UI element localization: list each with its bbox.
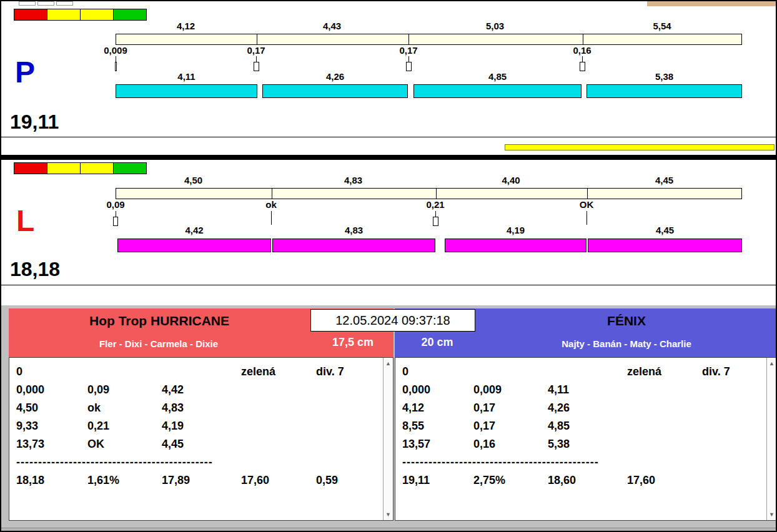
split-bar-divider bbox=[436, 189, 437, 199]
table-cell bbox=[241, 417, 316, 435]
leg-time-bar bbox=[116, 84, 257, 98]
vertical-scrollbar[interactable]: ▲ ▼ bbox=[766, 358, 776, 520]
leg-time-bar bbox=[272, 239, 435, 252]
table-cell bbox=[627, 435, 702, 453]
table-cell: 17,60 bbox=[627, 471, 702, 490]
scroll-down-icon[interactable]: ▼ bbox=[384, 510, 393, 520]
table-cell bbox=[316, 399, 377, 417]
table-cell: 17,60 bbox=[241, 471, 316, 490]
light-yellow-1 bbox=[47, 162, 81, 174]
split-time-label: 4,43 bbox=[256, 21, 408, 32]
table-cell: 4,19 bbox=[162, 417, 241, 435]
leg-time-bar bbox=[262, 84, 408, 98]
light-yellow-2 bbox=[80, 162, 114, 174]
table-cell: 4,11 bbox=[548, 381, 627, 399]
lane-panel-l: L 4,50 4,83 4,40 4,45 0,09 ok 0,21 OK bbox=[1, 160, 776, 305]
table-cell: 0,17 bbox=[473, 417, 548, 435]
changeover-marker bbox=[265, 211, 277, 225]
changeover-gap-box bbox=[254, 62, 259, 71]
lane-bottom-strip bbox=[1, 137, 776, 155]
leg-time-label: 4,19 bbox=[445, 225, 586, 236]
table-cell bbox=[702, 399, 760, 417]
scroll-down-icon[interactable]: ▼ bbox=[767, 510, 776, 520]
changeover-time-label: 0,16 bbox=[554, 45, 610, 56]
scroll-up-icon[interactable]: ▲ bbox=[767, 358, 776, 368]
changeover-marker bbox=[402, 56, 415, 71]
table-cell bbox=[548, 363, 627, 381]
app-window: P 4,12 4,43 5,03 5,54 0,009 0,17 0,17 0,… bbox=[0, 0, 777, 532]
scroll-up-icon[interactable]: ▲ bbox=[384, 358, 393, 368]
changeover-gap-box bbox=[406, 62, 412, 71]
table-cell: 4,45 bbox=[162, 435, 241, 453]
start-lights bbox=[14, 162, 147, 174]
datetime-display: 12.05.2024 09:37:18 bbox=[310, 309, 475, 332]
table-cell bbox=[241, 381, 316, 399]
table-cell bbox=[702, 471, 760, 490]
lane-total-time: 19,11 bbox=[10, 111, 59, 132]
table-cell: div. 7 bbox=[702, 363, 760, 381]
table-cell: 0,009 bbox=[473, 381, 548, 399]
table-cell: 19,11 bbox=[402, 471, 473, 490]
changeover-marker bbox=[109, 56, 122, 71]
table-cell bbox=[627, 399, 702, 417]
table-cell: 0,16 bbox=[473, 435, 548, 453]
team-dogs: Najty - Banán - Maty - Charlie bbox=[476, 338, 777, 349]
light-green bbox=[113, 162, 147, 174]
changeover-marker bbox=[576, 56, 588, 71]
table-cell: 8,55 bbox=[402, 417, 473, 435]
leg-time-label: 4,83 bbox=[272, 225, 435, 236]
table-cell bbox=[702, 381, 760, 399]
table-cell bbox=[473, 363, 548, 381]
lane-total-time: 18,18 bbox=[10, 259, 60, 280]
split-bar bbox=[116, 188, 742, 199]
table-cell: 4,12 bbox=[402, 399, 473, 417]
changeover-tick bbox=[116, 56, 116, 62]
window-fragment bbox=[37, 1, 54, 6]
changeover-time-label: 0,17 bbox=[380, 45, 437, 56]
results-grid: 0 zelená div. 7 0,000 0,009 4,11 4,12 0,… bbox=[395, 358, 776, 490]
leg-time-label: 4,42 bbox=[117, 225, 271, 236]
changeover-time-label: 0,09 bbox=[87, 199, 144, 210]
changeover-time-label: 0,009 bbox=[87, 45, 144, 56]
team-jump-height: 17,5 cm bbox=[318, 336, 388, 349]
split-time-label: 4,83 bbox=[271, 175, 435, 186]
light-yellow-1 bbox=[47, 9, 81, 21]
split-bar-divider bbox=[408, 34, 409, 44]
table-cell: 4,85 bbox=[548, 417, 627, 435]
table-cell: zelená bbox=[241, 363, 316, 381]
table-cell: 13,57 bbox=[402, 435, 473, 453]
changeover-marker bbox=[580, 211, 593, 225]
lane-letter-l: L bbox=[16, 206, 34, 236]
changeover-tick bbox=[116, 211, 116, 217]
table-cell: 18,18 bbox=[16, 471, 87, 490]
table-cell: ok bbox=[87, 399, 162, 417]
results-grid: 0 zelená div. 7 0,000 0,09 4,42 4,50 ok … bbox=[9, 358, 393, 490]
leg-time-label: 5,38 bbox=[586, 71, 742, 82]
changeover-tick bbox=[435, 211, 436, 217]
table-cell: 0 bbox=[16, 363, 87, 381]
window-fragment-tan bbox=[647, 1, 776, 6]
table-cell: 5,38 bbox=[548, 435, 627, 453]
changeover-marker bbox=[429, 211, 442, 226]
table-cell bbox=[241, 435, 316, 453]
window-fragment bbox=[56, 1, 73, 6]
team-dogs: Fler - Dixi - Carmela - Dixie bbox=[21, 338, 296, 349]
vertical-scrollbar[interactable]: ▲ ▼ bbox=[383, 358, 393, 520]
split-time-label: 5,03 bbox=[408, 21, 582, 32]
light-red bbox=[14, 9, 47, 21]
split-time-label: 5,54 bbox=[582, 21, 742, 32]
changeover-time-label: 0,21 bbox=[407, 199, 463, 210]
changeover-marker bbox=[250, 56, 262, 71]
table-cell: 4,83 bbox=[162, 399, 241, 417]
split-bar-divider bbox=[257, 34, 257, 44]
light-yellow-2 bbox=[80, 9, 114, 21]
leg-time-bar bbox=[586, 84, 742, 98]
leg-time-bar bbox=[117, 239, 271, 252]
table-cell: 9,33 bbox=[16, 417, 87, 435]
table-divider: ----------------------------------------… bbox=[16, 453, 377, 471]
team-name: FÉNIX bbox=[476, 313, 777, 328]
table-cell: 0,59 bbox=[316, 471, 377, 490]
table-cell bbox=[627, 417, 702, 435]
table-cell: OK bbox=[87, 435, 162, 453]
table-cell bbox=[702, 417, 760, 435]
